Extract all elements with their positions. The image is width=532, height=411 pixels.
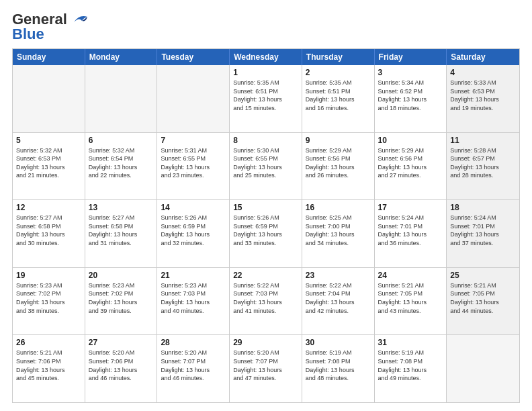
weekday-header-saturday: Saturday [447,49,519,65]
cell-info: Sunrise: 5:26 AM Sunset: 6:59 PM Dayligh… [161,214,226,247]
cell-info: Sunrise: 5:29 AM Sunset: 6:56 PM Dayligh… [306,146,371,180]
cell-info: Sunrise: 5:27 AM Sunset: 6:58 PM Dayligh… [89,214,154,247]
calendar: SundayMondayTuesdayWednesdayThursdayFrid… [12,48,520,403]
cal-cell [13,65,85,132]
cell-info: Sunrise: 5:24 AM Sunset: 7:01 PM Dayligh… [378,214,443,247]
cell-info: Sunrise: 5:23 AM Sunset: 7:02 PM Dayligh… [89,281,154,315]
day-number: 7 [161,136,226,145]
cell-info: Sunrise: 5:21 AM Sunset: 7:05 PM Dayligh… [378,281,443,315]
day-number: 26 [16,338,81,347]
cal-cell: 24Sunrise: 5:21 AM Sunset: 7:05 PM Dayli… [375,268,447,335]
cal-cell: 10Sunrise: 5:29 AM Sunset: 6:56 PM Dayli… [375,133,447,200]
cell-info: Sunrise: 5:32 AM Sunset: 6:53 PM Dayligh… [16,146,81,180]
cal-cell: 11Sunrise: 5:28 AM Sunset: 6:57 PM Dayli… [447,133,519,200]
cell-info: Sunrise: 5:19 AM Sunset: 7:08 PM Dayligh… [306,349,371,382]
cell-info: Sunrise: 5:26 AM Sunset: 6:59 PM Dayligh… [233,214,298,247]
day-number: 4 [450,68,516,77]
cal-cell: 3Sunrise: 5:34 AM Sunset: 6:52 PM Daylig… [375,65,447,132]
cell-info: Sunrise: 5:22 AM Sunset: 7:04 PM Dayligh… [306,281,371,315]
cal-cell: 21Sunrise: 5:23 AM Sunset: 7:03 PM Dayli… [157,268,230,335]
day-number: 8 [233,136,298,145]
header: General Blue [12,11,520,43]
cell-info: Sunrise: 5:24 AM Sunset: 7:01 PM Dayligh… [450,214,516,247]
cell-info: Sunrise: 5:20 AM Sunset: 7:07 PM Dayligh… [233,349,298,382]
cal-cell: 20Sunrise: 5:23 AM Sunset: 7:02 PM Dayli… [85,268,158,335]
cal-cell: 15Sunrise: 5:26 AM Sunset: 6:59 PM Dayli… [230,200,302,267]
day-number: 21 [161,271,226,280]
cal-cell: 22Sunrise: 5:22 AM Sunset: 7:03 PM Dayli… [230,268,302,335]
cal-cell: 1Sunrise: 5:35 AM Sunset: 6:51 PM Daylig… [230,65,302,132]
calendar-row-4: 26Sunrise: 5:21 AM Sunset: 7:06 PM Dayli… [13,335,519,402]
day-number: 15 [233,203,298,212]
cal-cell: 13Sunrise: 5:27 AM Sunset: 6:58 PM Dayli… [85,200,158,267]
calendar-row-0: 1Sunrise: 5:35 AM Sunset: 6:51 PM Daylig… [13,65,519,133]
cell-info: Sunrise: 5:35 AM Sunset: 6:51 PM Dayligh… [306,79,371,112]
cal-cell: 19Sunrise: 5:23 AM Sunset: 7:02 PM Dayli… [13,268,85,335]
cell-info: Sunrise: 5:21 AM Sunset: 7:06 PM Dayligh… [16,349,81,382]
day-number: 10 [378,136,443,145]
day-number: 27 [89,338,154,347]
calendar-row-1: 5Sunrise: 5:32 AM Sunset: 6:53 PM Daylig… [13,133,519,201]
logo-blue: Blue [12,26,44,43]
cal-cell: 30Sunrise: 5:19 AM Sunset: 7:08 PM Dayli… [302,335,375,402]
cal-cell: 7Sunrise: 5:31 AM Sunset: 6:55 PM Daylig… [157,133,230,200]
calendar-row-2: 12Sunrise: 5:27 AM Sunset: 6:58 PM Dayli… [13,200,519,268]
day-number: 25 [450,271,516,280]
weekday-header-friday: Friday [375,49,447,65]
day-number: 20 [89,271,154,280]
cell-info: Sunrise: 5:29 AM Sunset: 6:56 PM Dayligh… [378,146,443,180]
calendar-header: SundayMondayTuesdayWednesdayThursdayFrid… [13,49,519,65]
cell-info: Sunrise: 5:34 AM Sunset: 6:52 PM Dayligh… [378,79,443,112]
day-number: 3 [378,68,443,77]
day-number: 17 [378,203,443,212]
cell-info: Sunrise: 5:27 AM Sunset: 6:58 PM Dayligh… [16,214,81,247]
cal-cell: 8Sunrise: 5:30 AM Sunset: 6:55 PM Daylig… [230,133,302,200]
cell-info: Sunrise: 5:32 AM Sunset: 6:54 PM Dayligh… [89,146,154,180]
cell-info: Sunrise: 5:25 AM Sunset: 7:00 PM Dayligh… [306,214,371,247]
cal-cell: 31Sunrise: 5:19 AM Sunset: 7:08 PM Dayli… [375,335,447,402]
day-number: 22 [233,271,298,280]
weekday-header-sunday: Sunday [13,49,85,65]
weekday-header-tuesday: Tuesday [157,49,230,65]
cal-cell: 26Sunrise: 5:21 AM Sunset: 7:06 PM Dayli… [13,335,85,402]
page: General Blue SundayMondayTuesdayWednesda… [0,0,532,411]
cal-cell [85,65,158,132]
cell-info: Sunrise: 5:21 AM Sunset: 7:05 PM Dayligh… [450,281,516,315]
cell-info: Sunrise: 5:31 AM Sunset: 6:55 PM Dayligh… [161,146,226,180]
cal-cell: 25Sunrise: 5:21 AM Sunset: 7:05 PM Dayli… [447,268,519,335]
cal-cell: 23Sunrise: 5:22 AM Sunset: 7:04 PM Dayli… [302,268,375,335]
calendar-body: 1Sunrise: 5:35 AM Sunset: 6:51 PM Daylig… [13,65,519,402]
day-number: 23 [306,271,371,280]
cal-cell: 6Sunrise: 5:32 AM Sunset: 6:54 PM Daylig… [85,133,158,200]
cell-info: Sunrise: 5:28 AM Sunset: 6:57 PM Dayligh… [450,146,516,180]
cell-info: Sunrise: 5:23 AM Sunset: 7:02 PM Dayligh… [16,281,81,315]
cell-info: Sunrise: 5:19 AM Sunset: 7:08 PM Dayligh… [378,349,443,382]
day-number: 31 [378,338,443,347]
day-number: 19 [16,271,81,280]
cal-cell: 29Sunrise: 5:20 AM Sunset: 7:07 PM Dayli… [230,335,302,402]
day-number: 6 [89,136,154,145]
day-number: 11 [450,136,516,145]
day-number: 9 [306,136,371,145]
cell-info: Sunrise: 5:30 AM Sunset: 6:55 PM Dayligh… [233,146,298,180]
day-number: 29 [233,338,298,347]
day-number: 16 [306,203,371,212]
day-number: 28 [161,338,226,347]
cal-cell: 5Sunrise: 5:32 AM Sunset: 6:53 PM Daylig… [13,133,85,200]
weekday-header-wednesday: Wednesday [230,49,302,65]
cal-cell [447,335,519,402]
cell-info: Sunrise: 5:35 AM Sunset: 6:51 PM Dayligh… [233,79,298,112]
cell-info: Sunrise: 5:20 AM Sunset: 7:07 PM Dayligh… [161,349,226,382]
logo-bird-icon [69,13,90,26]
day-number: 5 [16,136,81,145]
cell-info: Sunrise: 5:23 AM Sunset: 7:03 PM Dayligh… [161,281,226,315]
cal-cell: 17Sunrise: 5:24 AM Sunset: 7:01 PM Dayli… [375,200,447,267]
cal-cell: 16Sunrise: 5:25 AM Sunset: 7:00 PM Dayli… [302,200,375,267]
day-number: 13 [89,203,154,212]
weekday-header-thursday: Thursday [302,49,375,65]
cal-cell: 12Sunrise: 5:27 AM Sunset: 6:58 PM Dayli… [13,200,85,267]
cal-cell: 28Sunrise: 5:20 AM Sunset: 7:07 PM Dayli… [157,335,230,402]
day-number: 1 [233,68,298,77]
day-number: 12 [16,203,81,212]
cal-cell: 14Sunrise: 5:26 AM Sunset: 6:59 PM Dayli… [157,200,230,267]
